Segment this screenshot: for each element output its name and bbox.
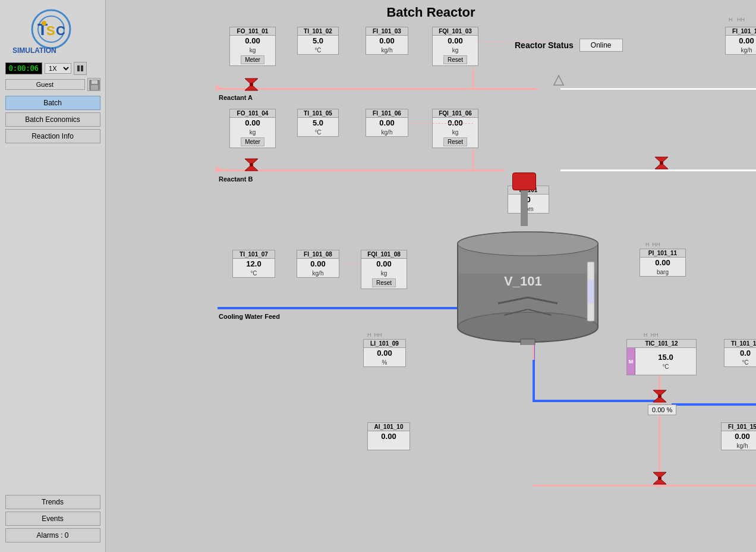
time-display: 0:00:06 (5, 62, 43, 74)
mixer-shaft (521, 184, 528, 226)
cooling-feed-label: Cooling Water Feed (219, 313, 280, 320)
page-title: Batch Reactor (106, 0, 756, 23)
li09-alarm-labels: H HH (367, 332, 382, 338)
reset-btn-fqi06[interactable]: Reset (443, 137, 467, 146)
svg-point-23 (658, 394, 662, 398)
svg-rect-39 (588, 280, 594, 303)
speed-select[interactable]: 1X2X5X (45, 63, 71, 74)
svg-rect-10 (92, 80, 97, 84)
dashed-line-fi06 (409, 123, 473, 124)
nav-batch[interactable]: Batch (5, 96, 100, 110)
alarms-button[interactable]: Alarms : 0 (5, 528, 100, 542)
tic-m-indicator: M (627, 348, 635, 375)
tic-percent-box[interactable]: 0.00 % (648, 404, 676, 415)
dashed-line-fi08 (340, 264, 361, 264)
svg-text:C: C (56, 23, 65, 38)
arrow-reactant-b (216, 166, 222, 173)
product-pipe-h (533, 485, 756, 487)
svg-text:S: S (46, 23, 55, 38)
inst-FQI-101-06[interactable]: FQI_101_06 0.00 kg Reset (432, 109, 478, 148)
reactant-a-label: Reactant A (219, 94, 253, 101)
tic12-alarm-labels: H HH (644, 332, 659, 338)
inst-AI-101-10[interactable]: AI_101_10 0.00 (367, 422, 410, 450)
cooling-h-to-valve (533, 400, 660, 402)
nav-reaction-info[interactable]: Reaction Info (5, 129, 100, 143)
svg-point-17 (250, 163, 253, 167)
inst-FI-101-15[interactable]: FI_101_15 0.00 kg/h (721, 422, 756, 450)
pipe-h-to-reactor-b (472, 170, 505, 171)
pi11-alarm-labels: H HH (645, 242, 660, 247)
inst-TI-101-07[interactable]: TI_101_07 12.0 °C (232, 250, 275, 278)
dashed-line-top (478, 42, 550, 42)
svg-text:SIMULATION: SIMULATION (12, 46, 56, 55)
pipe-v-fqi03 (472, 68, 474, 88)
cooling-feed-pipe (218, 307, 464, 309)
valve-cooling-return[interactable] (651, 388, 669, 404)
svg-point-20 (660, 161, 663, 165)
inst-FI-101-17[interactable]: FI_101_17 0.00 kg/h (725, 27, 756, 55)
inst-FQI-101-03[interactable]: FQI_101_03 0.00 kg Reset (432, 27, 478, 66)
sidebar-bottom: Trends Events Alarms : 0 (5, 495, 100, 542)
inst-TI-101-02[interactable]: TI_101_02 5.0 °C (297, 27, 339, 55)
valve-reactant-a[interactable] (242, 76, 260, 93)
logo: T S C SIMULATION (7, 5, 99, 58)
pipe-h-to-reactor-top (472, 88, 538, 90)
svg-rect-7 (77, 65, 80, 71)
pause-button[interactable] (74, 62, 87, 75)
reactor-vessel: V_101 (456, 226, 599, 346)
inst-FI-101-08[interactable]: FI_101_08 0.00 kg/h (297, 250, 339, 278)
inst-FI-101-06[interactable]: FI_101_06 0.00 kg/h (366, 109, 408, 137)
nav-batch-economics[interactable]: Batch Economics (5, 112, 100, 127)
svg-point-31 (458, 232, 598, 256)
inst-TI-101-05[interactable]: TI_101_05 5.0 °C (297, 109, 339, 137)
meter-btn-fo01[interactable]: Meter (241, 55, 264, 64)
valve-product[interactable] (651, 470, 669, 487)
reset-btn-fqi03[interactable]: Reset (443, 55, 467, 64)
reactor-status-area: Reactor Status Online (515, 39, 623, 52)
events-button[interactable]: Events (5, 512, 100, 526)
status-online-button[interactable]: Online (579, 39, 623, 52)
inst-FQI-101-08[interactable]: FQI_101_08 0.00 kg Reset (361, 250, 407, 289)
vent-top-pipe (560, 88, 756, 90)
svg-point-5 (42, 21, 46, 26)
svg-rect-40 (521, 339, 535, 345)
inst-PI-101-11[interactable]: PI_101_11 0.00 barg (640, 249, 686, 277)
vent-top-indicator (553, 74, 565, 87)
inst-TIC-101-12[interactable]: TIC_101_12 M 15.0 °C (626, 339, 697, 375)
inst-FO-101-01[interactable]: FO_101_01 0.00 kg Meter (229, 27, 276, 66)
cooling-return-pipe (672, 403, 756, 406)
inst-FI-101-03[interactable]: FI_101_03 0.00 kg/h (366, 27, 408, 55)
svg-rect-8 (81, 65, 83, 71)
inst-FO-101-04[interactable]: FO_101_04 0.00 kg Meter (229, 109, 276, 148)
inst-LI-101-09[interactable]: LI_101_09 0.00 % (363, 339, 406, 367)
arrow-reactant-a (216, 84, 222, 92)
svg-text:V_101: V_101 (504, 274, 542, 288)
reactant-b-label: Reactant B (219, 175, 253, 183)
valve-vent-right[interactable] (653, 155, 670, 171)
trends-button[interactable]: Trends (5, 495, 100, 509)
valve-reactant-b[interactable] (242, 156, 260, 173)
pipe-v-fqi06 (472, 149, 474, 170)
user-row: Guest (5, 78, 100, 91)
reset-btn-fqi08[interactable]: Reset (372, 278, 396, 287)
svg-rect-11 (91, 85, 98, 90)
user-button[interactable]: Guest (5, 79, 85, 90)
inst-TI-101-13[interactable]: TI_101_13 0.0 °C (724, 339, 756, 367)
motor (512, 172, 536, 190)
meter-btn-fo04[interactable]: Meter (241, 137, 264, 146)
save-icon[interactable] (87, 78, 100, 91)
svg-point-26 (658, 476, 662, 480)
fi17-alarm: H HH (729, 17, 745, 23)
time-row: 0:00:06 1X2X5X (5, 62, 100, 75)
main-content: Batch Reactor (106, 0, 756, 552)
svg-marker-27 (554, 76, 563, 85)
svg-point-14 (250, 83, 253, 86)
